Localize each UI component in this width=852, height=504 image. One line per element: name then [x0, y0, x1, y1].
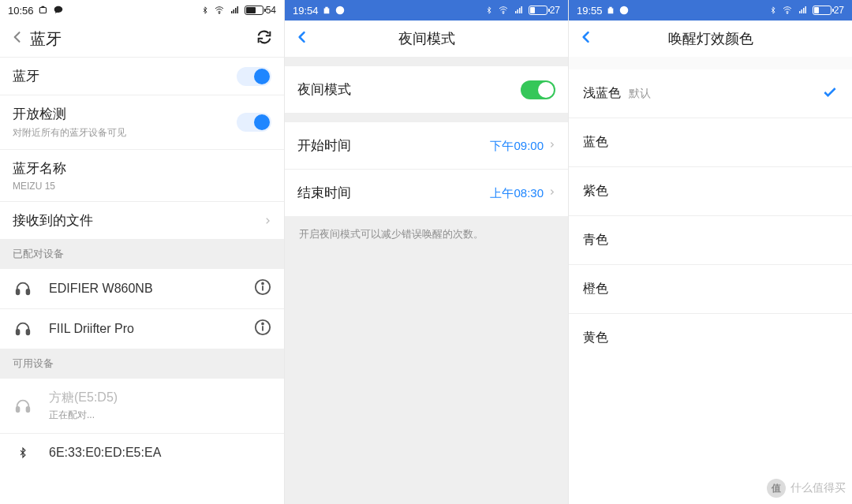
- svg-point-19: [335, 6, 344, 15]
- chat-icon: [618, 5, 630, 16]
- screen-wake-light-color: 19:55 27 唤醒: [568, 0, 852, 504]
- svg-rect-4: [233, 9, 234, 13]
- bluetooth-icon: [201, 5, 209, 16]
- svg-rect-12: [17, 330, 20, 334]
- row-label: 夜间模式: [297, 80, 555, 99]
- row-discoverable-toggle[interactable]: 开放检测 对附近所有的蓝牙设备可见: [0, 95, 284, 149]
- row-label: 开放检测: [13, 105, 271, 123]
- title-bar: 夜间模式: [285, 21, 568, 57]
- bluetooth-icon: [769, 5, 777, 16]
- chevron-right-icon: [263, 215, 271, 227]
- option-label: 黄色: [583, 330, 608, 344]
- bluetooth-icon: [485, 5, 493, 16]
- status-time: 19:54: [293, 5, 319, 17]
- back-button[interactable]: [9, 29, 25, 48]
- wifi-icon: [213, 6, 226, 15]
- svg-rect-24: [521, 6, 522, 13]
- svg-rect-3: [231, 11, 233, 13]
- info-button[interactable]: [254, 319, 271, 339]
- device-name: 方糖(E5:D5) 正在配对...: [49, 390, 118, 422]
- svg-rect-6: [237, 6, 238, 13]
- headphones-icon: [13, 320, 33, 338]
- color-option[interactable]: 橙色: [569, 264, 852, 313]
- svg-point-16: [262, 323, 263, 325]
- description-text: 开启夜间模式可以减少错误唤醒的次数。: [285, 216, 568, 252]
- row-end-time[interactable]: 结束时间 上午08:30: [285, 169, 568, 216]
- status-time: 19:55: [577, 5, 603, 17]
- chevron-right-icon: [548, 139, 555, 152]
- color-option[interactable]: 黄色: [569, 313, 852, 362]
- available-device-row[interactable]: 6E:33:E0:ED:E5:EA: [0, 433, 284, 472]
- page-title: 夜间模式: [285, 29, 568, 48]
- row-value: 上午08:30: [490, 185, 544, 200]
- refresh-button[interactable]: [256, 28, 273, 49]
- svg-point-26: [787, 13, 788, 14]
- device-name: FIIL Driifter Pro: [49, 322, 134, 336]
- option-label: 橙色: [583, 282, 608, 295]
- paired-device-row[interactable]: EDIFIER W860NB: [0, 269, 284, 308]
- row-start-time[interactable]: 开始时间 下午09:00: [285, 122, 568, 169]
- default-badge: 默认: [629, 87, 651, 99]
- info-button[interactable]: [254, 278, 271, 299]
- chat-icon: [334, 5, 346, 16]
- svg-rect-30: [805, 6, 806, 13]
- battery-indicator: 27: [529, 5, 560, 16]
- svg-rect-8: [27, 289, 30, 294]
- svg-rect-0: [39, 8, 46, 13]
- svg-point-20: [503, 13, 504, 14]
- row-bluetooth-toggle[interactable]: 蓝牙: [0, 58, 284, 95]
- svg-rect-21: [515, 11, 517, 13]
- option-label: 浅蓝色: [583, 86, 621, 99]
- check-icon: [822, 84, 838, 103]
- row-subtitle: 对附近所有的蓝牙设备可见: [13, 126, 271, 140]
- signal-icon: [514, 6, 525, 15]
- bluetooth-icon: [13, 445, 33, 461]
- option-label: 青色: [583, 233, 608, 246]
- svg-rect-17: [17, 406, 20, 411]
- back-button[interactable]: [578, 29, 594, 48]
- available-device-row[interactable]: 方糖(E5:D5) 正在配对...: [0, 379, 284, 433]
- row-night-mode-toggle[interactable]: 夜间模式: [285, 66, 568, 113]
- color-option[interactable]: 青色: [569, 215, 852, 264]
- section-header-available: 可用设备: [0, 349, 284, 379]
- color-option[interactable]: 蓝色: [569, 118, 852, 166]
- paired-device-row[interactable]: FIIL Driifter Pro: [0, 308, 284, 349]
- status-bar: 19:54 27: [285, 0, 568, 21]
- back-button[interactable]: [294, 29, 310, 48]
- chevron-right-icon: [548, 186, 555, 200]
- svg-point-11: [262, 283, 263, 285]
- signal-icon: [230, 6, 241, 15]
- toggle-switch[interactable]: [521, 80, 555, 99]
- row-received-files[interactable]: 接收到的文件: [0, 201, 284, 239]
- headphones-icon: [13, 280, 33, 297]
- status-app-icon2: [53, 5, 64, 16]
- screen-night-mode: 19:54 27 夜间: [284, 0, 568, 504]
- svg-rect-7: [17, 289, 20, 294]
- color-option[interactable]: 紫色: [569, 166, 852, 215]
- title-bar: 唤醒灯效颜色: [569, 21, 852, 57]
- watermark: 值 什么值得买: [767, 479, 846, 498]
- toggle-switch[interactable]: [237, 67, 271, 86]
- row-device-name[interactable]: 蓝牙名称 MEIZU 15: [0, 149, 284, 201]
- charging-icon: [323, 5, 331, 16]
- row-value: 下午09:00: [490, 138, 544, 153]
- title-bar: 蓝牙: [0, 21, 284, 57]
- row-label: 接收到的文件: [13, 211, 271, 230]
- row-label: 蓝牙名称: [13, 159, 271, 177]
- svg-rect-1: [41, 6, 44, 8]
- svg-rect-13: [27, 330, 30, 334]
- svg-point-2: [219, 13, 220, 14]
- status-app-icon1: [38, 5, 49, 16]
- page-title: 蓝牙: [30, 28, 62, 50]
- option-label: 紫色: [583, 184, 608, 197]
- status-bar: 10:56 54: [0, 0, 284, 21]
- wifi-icon: [781, 6, 794, 15]
- svg-rect-22: [517, 9, 518, 13]
- page-title: 唤醒灯效颜色: [569, 29, 852, 48]
- option-label: 蓝色: [583, 135, 608, 148]
- device-name: 6E:33:E0:ED:E5:EA: [49, 446, 161, 460]
- status-time: 10:56: [8, 5, 34, 17]
- battery-indicator: 27: [813, 5, 844, 16]
- toggle-switch[interactable]: [237, 113, 271, 132]
- color-option[interactable]: 浅蓝色 默认: [569, 69, 852, 118]
